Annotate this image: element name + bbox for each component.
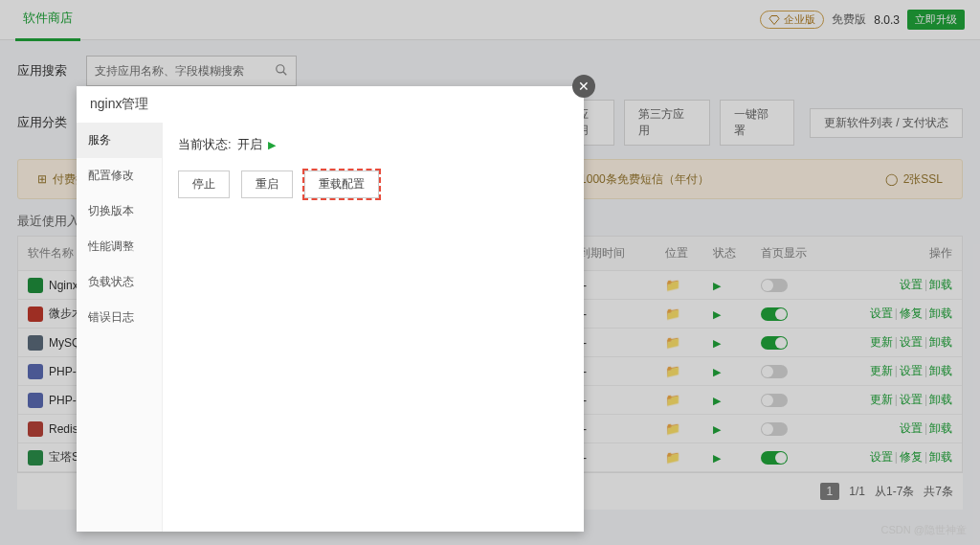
state-value: 开启 bbox=[237, 136, 262, 153]
modal-side-item[interactable]: 服务 bbox=[77, 123, 162, 158]
nginx-modal: ✕ nginx管理 服务配置修改切换版本性能调整负载状态错误日志 当前状态: 开… bbox=[77, 86, 584, 532]
modal-side-item[interactable]: 配置修改 bbox=[77, 158, 162, 193]
close-icon[interactable]: ✕ bbox=[572, 75, 595, 98]
watermark: CSDN @隐世神童 bbox=[881, 523, 967, 537]
modal-side-item[interactable]: 负载状态 bbox=[77, 264, 162, 300]
restart-button[interactable]: 重启 bbox=[241, 170, 293, 198]
stop-button[interactable]: 停止 bbox=[178, 170, 230, 198]
modal-mask[interactable]: ✕ nginx管理 服务配置修改切换版本性能调整负载状态错误日志 当前状态: 开… bbox=[0, 0, 980, 545]
modal-side-item[interactable]: 错误日志 bbox=[77, 300, 162, 335]
reload-config-button[interactable]: 重载配置 bbox=[304, 170, 379, 198]
modal-side-item[interactable]: 切换版本 bbox=[77, 193, 162, 229]
play-icon: ▶ bbox=[268, 139, 276, 151]
state-label: 当前状态: bbox=[178, 136, 232, 153]
modal-title: nginx管理 bbox=[77, 86, 584, 123]
modal-side-item[interactable]: 性能调整 bbox=[77, 229, 162, 264]
modal-sidebar: 服务配置修改切换版本性能调整负载状态错误日志 bbox=[77, 123, 163, 532]
